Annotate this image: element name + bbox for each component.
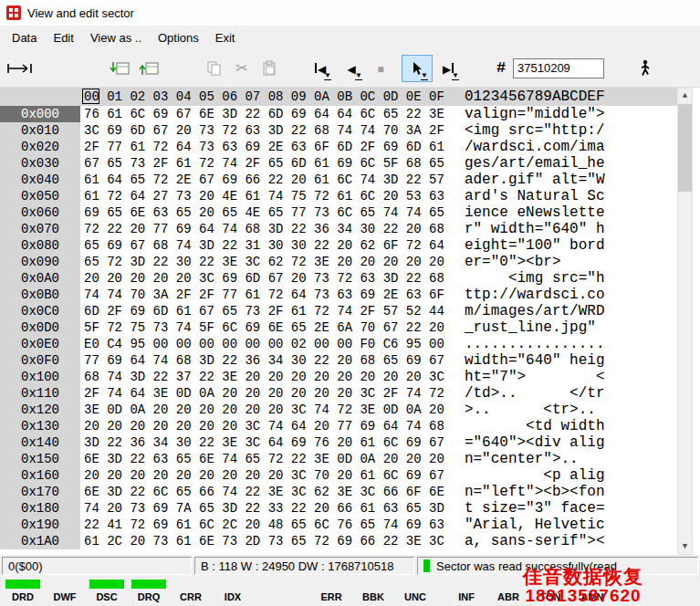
hex-row[interactable]: 0x170 6E 3D 22 6C 65 66 74 22 3E 3C 62 3… xyxy=(0,484,700,500)
hex-row[interactable]: 0x060 69 65 6E 63 65 20 65 4E 65 77 73 6… xyxy=(0,204,700,221)
hex-row-bytes[interactable]: 77 69 64 74 68 3D 22 36 34 30 22 20 68 6… xyxy=(84,352,444,369)
hex-row-ascii[interactable]: <img src="http:/ xyxy=(465,122,605,139)
hex-row[interactable]: 0x0B0 74 74 70 3A 2F 2F 77 61 72 64 73 6… xyxy=(0,287,700,303)
menu-item[interactable]: View as .. xyxy=(82,28,150,47)
hex-row-bytes[interactable]: 74 74 70 3A 2F 2F 77 61 72 64 73 63 69 2… xyxy=(84,287,444,303)
copy-button[interactable] xyxy=(201,55,228,82)
hex-row[interactable]: 0x070 72 22 20 77 69 64 74 68 3D 22 36 3… xyxy=(0,221,700,237)
hex-row-bytes[interactable]: 65 69 67 68 74 3D 22 31 30 30 22 20 62 6… xyxy=(84,237,444,254)
hex-row-ascii[interactable]: /wardsci.com/ima xyxy=(465,139,605,155)
read-previous-sector-button[interactable] xyxy=(336,55,367,82)
hex-row[interactable]: 0x0C0 6D 2F 69 6D 61 67 65 73 2F 61 72 7… xyxy=(0,303,700,319)
cut-button[interactable] xyxy=(228,55,256,82)
hex-row[interactable]: 0x110 2F 74 64 3E 0D 0A 20 20 20 20 20 2… xyxy=(0,385,700,402)
hex-row[interactable]: 0x000 76 61 6C 69 67 6E 3D 22 6D 69 64 6… xyxy=(0,106,700,122)
hex-row-ascii[interactable]: ht="7"> < xyxy=(465,369,605,385)
sector-number-input[interactable] xyxy=(513,58,604,78)
read-first-sector-button[interactable] xyxy=(305,55,336,82)
read-sector-button[interactable] xyxy=(106,55,135,82)
paste-button[interactable] xyxy=(256,55,283,82)
menu-item[interactable]: Options xyxy=(150,28,207,47)
hex-row-ascii[interactable]: ................ xyxy=(465,336,605,352)
hex-row-ascii[interactable]: >.. <tr>.. xyxy=(465,402,605,418)
hex-row-bytes[interactable]: 3E 0D 0A 20 20 20 20 20 20 3C 74 72 3E 0… xyxy=(84,402,444,418)
hex-row-ascii[interactable]: a, sans-serif">< xyxy=(465,533,605,549)
hex-row[interactable]: 0x0D0 5F 72 75 73 74 5F 6C 69 6E 65 2E 6… xyxy=(0,319,700,336)
hex-row-bytes[interactable]: 20 20 20 20 20 3C 69 6D 67 20 73 72 63 3… xyxy=(84,270,444,287)
hex-row[interactable]: 0x0E0 E0 C4 95 00 00 00 00 00 00 02 00 0… xyxy=(0,336,700,352)
hex-row-ascii[interactable]: n="left"><b><fon xyxy=(465,484,605,500)
hex-row-bytes[interactable]: 68 74 3D 22 37 22 3E 20 20 20 20 20 20 2… xyxy=(84,369,444,385)
hex-row-bytes[interactable]: 72 22 20 77 69 64 74 68 3D 22 36 34 30 2… xyxy=(84,221,444,237)
hex-row[interactable]: 0x090 65 72 3D 22 30 22 3E 3C 62 72 3E 2… xyxy=(0,254,700,270)
hex-row-ascii[interactable]: <p alig xyxy=(465,467,605,484)
hex-row-bytes[interactable]: 3C 69 6D 67 20 73 72 63 3D 22 68 74 74 7… xyxy=(84,122,444,139)
hex-row[interactable]: 0x120 3E 0D 0A 20 20 20 20 20 20 3C 74 7… xyxy=(0,402,700,418)
hex-row-ascii[interactable]: "Arial, Helvetic xyxy=(465,517,605,533)
menu-item[interactable]: Data xyxy=(4,28,45,47)
hex-row[interactable]: 0x130 20 20 20 20 20 20 20 3C 74 64 20 7… xyxy=(0,418,700,434)
hex-row[interactable]: 0x050 61 72 64 27 73 20 4E 61 74 75 72 6… xyxy=(0,188,700,204)
hex-row-bytes[interactable]: E0 C4 95 00 00 00 00 00 00 02 00 00 F0 C… xyxy=(84,336,444,352)
scrollbar-thumb[interactable] xyxy=(678,104,692,192)
hex-row-bytes[interactable]: 6D 2F 69 6D 61 67 65 73 2F 61 72 74 2F 5… xyxy=(84,303,444,319)
hex-row-bytes[interactable]: 2F 77 61 72 64 73 63 69 2E 63 6F 6D 2F 6… xyxy=(84,139,444,155)
hex-row[interactable]: 0x140 3D 22 36 34 30 22 3E 3C 64 69 76 2… xyxy=(0,434,700,451)
hex-row[interactable]: 0x150 6E 3D 22 63 65 6E 74 65 72 22 3E 0… xyxy=(0,451,700,467)
hex-row-ascii[interactable]: <img src="h xyxy=(465,270,605,287)
hex-row-ascii[interactable]: ="640"><div alig xyxy=(465,434,605,451)
hex-row-ascii[interactable]: n="center">.. xyxy=(465,451,605,467)
hex-row[interactable]: 0x180 74 20 73 69 7A 65 3D 22 33 22 20 6… xyxy=(0,500,700,517)
read-at-cursor-button[interactable] xyxy=(402,55,433,82)
hex-row-bytes[interactable]: 69 65 6E 63 65 20 65 4E 65 77 73 6C 65 7… xyxy=(84,204,444,221)
hex-row-ascii[interactable]: er="0"><br> xyxy=(465,254,605,270)
hex-row[interactable]: 0x080 65 69 67 68 74 3D 22 31 30 30 22 2… xyxy=(0,237,700,254)
scroll-down-arrow[interactable] xyxy=(678,539,692,554)
hex-row-ascii[interactable]: width="640" heig xyxy=(465,352,605,369)
hex-row-ascii[interactable]: valign="middle"> xyxy=(465,106,605,122)
hex-row-bytes[interactable]: 3D 22 36 34 30 22 3E 3C 64 69 76 20 61 6… xyxy=(84,434,444,451)
hex-row-ascii[interactable]: _rust_line.jpg" xyxy=(465,319,605,336)
hex-row[interactable]: 0x0F0 77 69 64 74 68 3D 22 36 34 30 22 2… xyxy=(0,352,700,369)
hex-row-ascii[interactable]: <td width xyxy=(465,418,605,434)
hex-row[interactable]: 0x0A0 20 20 20 20 20 3C 69 6D 67 20 73 7… xyxy=(0,270,700,287)
hex-row[interactable]: 0x190 22 41 72 69 61 6C 2C 20 48 65 6C 7… xyxy=(0,517,700,533)
hex-row-bytes[interactable]: 22 41 72 69 61 6C 2C 20 48 65 6C 76 65 7… xyxy=(84,517,444,533)
hex-row-bytes[interactable]: 20 20 20 20 20 20 20 3C 74 64 20 77 69 6… xyxy=(84,418,444,434)
hex-row-bytes[interactable]: 61 72 64 27 73 20 4E 61 74 75 72 61 6C 2… xyxy=(84,188,444,204)
hex-row-ascii[interactable]: ader.gif" alt="W xyxy=(465,172,605,188)
hex-row-bytes[interactable]: 20 20 20 20 20 20 20 20 20 3C 70 20 61 6… xyxy=(84,467,444,484)
menu-item[interactable]: Edit xyxy=(45,28,81,47)
hex-row-ascii[interactable]: t size="3" face= xyxy=(465,500,605,517)
hex-row-bytes[interactable]: 67 65 73 2F 61 72 74 2F 65 6D 61 69 6C 5… xyxy=(84,155,444,172)
hex-row-bytes[interactable]: 61 2C 20 73 61 6E 73 2D 73 65 72 69 66 2… xyxy=(84,533,444,549)
hex-row[interactable]: 0x040 61 64 65 72 2E 67 69 66 22 20 61 6… xyxy=(0,172,700,188)
goto-offset-button[interactable] xyxy=(5,55,35,82)
hex-row-bytes[interactable]: 6E 3D 22 6C 65 66 74 22 3E 3C 62 3E 3C 6… xyxy=(84,484,444,500)
hex-row-ascii[interactable]: /td>.. </tr xyxy=(465,385,605,402)
sector-number-button[interactable]: # xyxy=(489,55,513,82)
hex-row-ascii[interactable]: m/images/art/WRD xyxy=(465,303,605,319)
vertical-scrollbar[interactable] xyxy=(677,88,693,555)
hex-row-ascii[interactable]: eight="100" bord xyxy=(465,237,605,254)
write-sector-button[interactable] xyxy=(135,55,164,82)
hex-row-bytes[interactable]: 6E 3D 22 63 65 6E 74 65 72 22 3E 0D 0A 2… xyxy=(84,451,444,467)
hex-row[interactable]: 0x100 68 74 3D 22 37 22 3E 20 20 20 20 2… xyxy=(0,369,700,385)
hex-row-ascii[interactable]: ience eNewslette xyxy=(465,204,605,221)
scroll-up-arrow[interactable] xyxy=(678,89,692,103)
hex-row[interactable]: 0x160 20 20 20 20 20 20 20 20 20 3C 70 2… xyxy=(0,467,700,484)
hex-row-ascii[interactable]: ges/art/email_he xyxy=(465,155,605,172)
hex-row[interactable]: 0x010 3C 69 6D 67 20 73 72 63 3D 22 68 7… xyxy=(0,122,700,139)
hex-row-ascii[interactable]: ard's Natural Sc xyxy=(465,188,605,204)
hex-row-bytes[interactable]: 2F 74 64 3E 0D 0A 20 20 20 20 20 20 3C 2… xyxy=(84,385,444,402)
navigate-button[interactable] xyxy=(632,55,659,82)
hex-row-ascii[interactable]: r" width="640" h xyxy=(465,221,605,237)
hex-row-bytes[interactable]: 61 64 65 72 2E 67 69 66 22 20 61 6C 74 3… xyxy=(84,172,444,188)
stop-button[interactable] xyxy=(367,55,394,82)
hex-row-bytes[interactable]: 74 20 73 69 7A 65 3D 22 33 22 20 66 61 6… xyxy=(84,500,444,517)
hex-row[interactable]: 0x020 2F 77 61 72 64 73 63 69 2E 63 6F 6… xyxy=(0,139,700,155)
menu-item[interactable]: Exit xyxy=(207,28,244,47)
hex-row[interactable]: 0x030 67 65 73 2F 61 72 74 2F 65 6D 61 6… xyxy=(0,155,700,172)
hex-row-ascii[interactable]: ttp://wardsci.co xyxy=(465,287,605,303)
hex-row[interactable]: 0x1A0 61 2C 20 73 61 6E 73 2D 73 65 72 6… xyxy=(0,533,700,549)
